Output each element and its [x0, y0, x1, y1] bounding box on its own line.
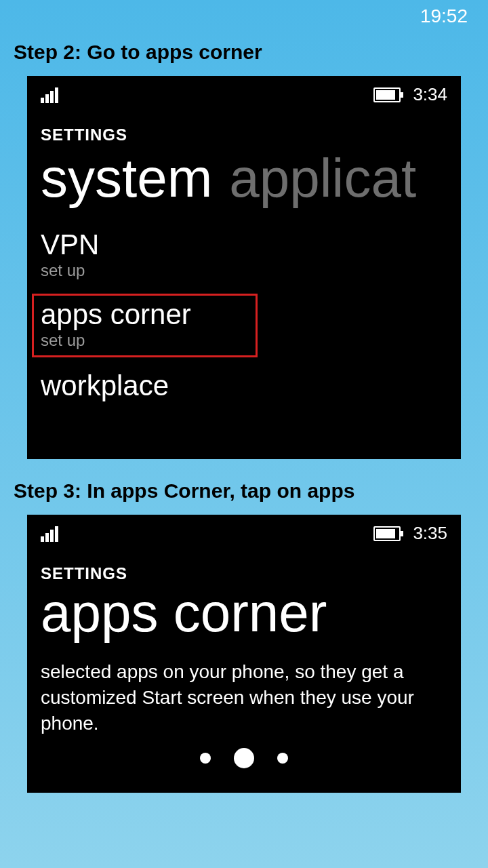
page-dot[interactable] [200, 753, 211, 764]
phone-screenshot-2: 3:35 SETTINGS apps corner selected apps … [27, 515, 461, 793]
settings-item-apps-corner[interactable]: apps corner set up [32, 294, 258, 357]
settings-list: VPN set up apps corner set up workplace [27, 210, 461, 401]
battery-icon [373, 526, 401, 541]
step3-heading: Step 3: In apps Corner, tap on apps [0, 459, 488, 515]
page-indicators [27, 736, 461, 776]
tab-system[interactable]: system [41, 147, 212, 210]
page-dot[interactable] [277, 753, 288, 764]
settings-item-title: VPN [41, 230, 447, 260]
settings-label: SETTINGS [27, 548, 461, 586]
phone-status-bar: 3:35 [27, 515, 461, 548]
status-right: 3:34 [373, 84, 447, 105]
tab-applications[interactable]: applicat [229, 147, 416, 210]
settings-item-title: apps corner [41, 300, 249, 330]
phone-time: 3:35 [413, 523, 447, 544]
settings-item-subtitle: set up [41, 331, 249, 350]
page-title: apps corner [27, 586, 461, 640]
settings-item-title: workplace [41, 371, 447, 401]
signal-icon [41, 87, 58, 103]
outer-status-time: 19:52 [420, 5, 468, 27]
step2-heading: Step 2: Go to apps corner [0, 0, 488, 76]
tab-row: system applicat [27, 147, 461, 210]
page-dot-active[interactable] [234, 748, 254, 768]
phone-status-bar: 3:34 [27, 76, 461, 109]
battery-icon [373, 87, 401, 102]
settings-item-vpn[interactable]: VPN set up [41, 230, 447, 280]
description-text: selected apps on your phone, so they get… [27, 640, 461, 736]
phone-time: 3:34 [413, 84, 447, 105]
settings-label: SETTINGS [27, 109, 461, 147]
status-right: 3:35 [373, 523, 447, 544]
settings-item-subtitle: set up [41, 261, 447, 280]
signal-icon [41, 526, 58, 542]
phone-screenshot-1: 3:34 SETTINGS system applicat VPN set up… [27, 76, 461, 459]
settings-item-workplace[interactable]: workplace [41, 371, 447, 401]
